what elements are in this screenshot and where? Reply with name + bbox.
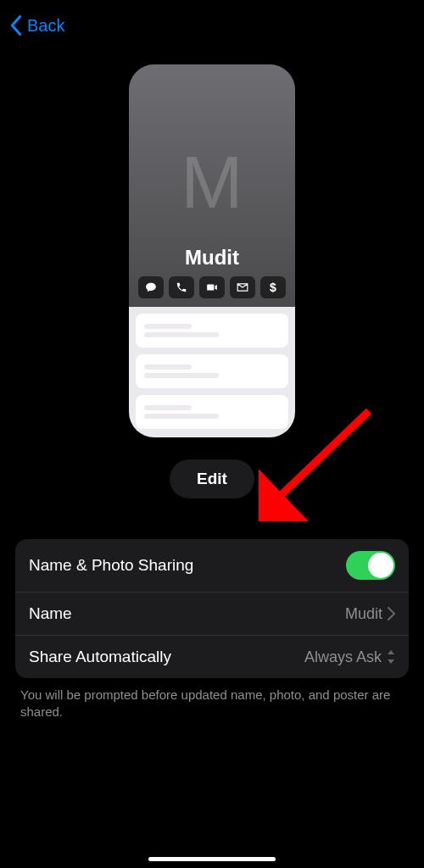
sharing-footer-note: You will be prompted before updated name… xyxy=(20,687,404,721)
edit-button[interactable]: Edit xyxy=(170,459,254,498)
mail-icon xyxy=(230,276,255,298)
chevron-right-icon xyxy=(388,607,395,620)
name-row[interactable]: Name Mudit xyxy=(15,593,409,636)
contact-poster-preview: M Mudit $ xyxy=(129,64,295,437)
sharing-toggle[interactable] xyxy=(346,551,395,580)
share-auto-value: Always Ask xyxy=(304,648,382,666)
poster-top: M Mudit $ xyxy=(129,64,295,307)
row-label: Share Automatically xyxy=(29,648,171,666)
message-icon xyxy=(138,276,164,298)
video-icon xyxy=(199,276,225,298)
contact-name: Mudit xyxy=(185,246,239,270)
row-label: Name & Photo Sharing xyxy=(29,556,193,575)
phone-icon xyxy=(169,276,194,298)
contact-action-row: $ xyxy=(138,276,286,298)
back-label: Back xyxy=(27,16,64,36)
name-photo-sharing-row[interactable]: Name & Photo Sharing xyxy=(15,539,409,593)
row-label: Name xyxy=(29,604,72,623)
up-down-icon xyxy=(387,650,395,664)
contact-monogram: M xyxy=(129,139,295,225)
pay-icon: $ xyxy=(260,276,286,298)
sharing-settings-group: Name & Photo Sharing Name Mudit Share Au… xyxy=(15,539,409,678)
chevron-left-icon xyxy=(10,15,22,36)
name-value: Mudit xyxy=(345,605,382,623)
share-automatically-row[interactable]: Share Automatically Always Ask xyxy=(15,636,409,678)
home-indicator xyxy=(148,857,276,861)
poster-info-placeholder xyxy=(129,307,295,437)
back-button[interactable]: Back xyxy=(10,15,64,36)
